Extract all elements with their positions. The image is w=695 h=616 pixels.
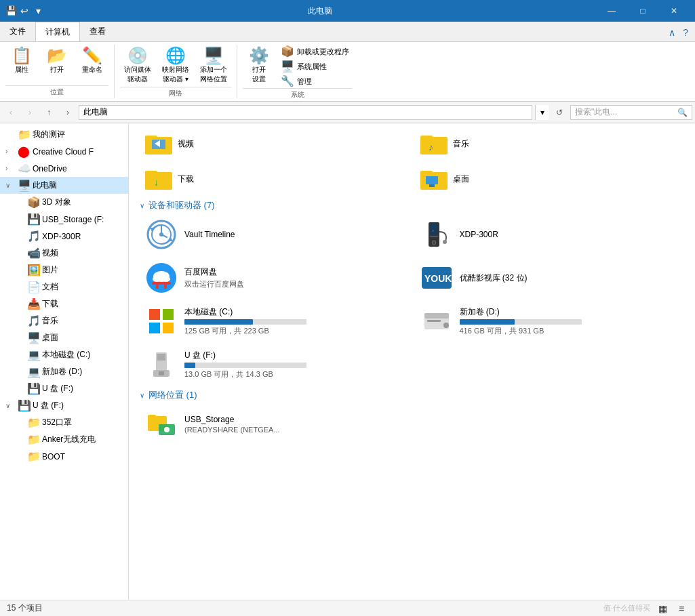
folder-item-desktop[interactable]: 桌面 — [415, 164, 685, 194]
folder-item-music[interactable]: ♪ 音乐 — [415, 129, 685, 159]
device-vault-timeline[interactable]: Vault Timeline — [140, 215, 410, 253]
3d-icon: 📦 — [27, 196, 39, 209]
menu-icon[interactable]: ▾ — [33, 5, 43, 16]
sidebar-item-new-vol-d[interactable]: 💻 新加卷 (D:) — [0, 363, 128, 380]
undo-icon[interactable]: ↩ — [19, 5, 30, 16]
address-dropdown[interactable]: ▾ — [535, 105, 549, 120]
sidebar-item-label: BOOT — [42, 452, 123, 461]
tab-computer[interactable]: 计算机 — [35, 22, 80, 41]
view-grid-button[interactable]: ▦ — [656, 602, 669, 615]
ribbon-group-location-label: 位置 — [5, 85, 108, 98]
sys-props-button[interactable]: 🖥️ 系统属性 — [278, 60, 352, 73]
status-right: 值·什么值得买 ▦ ≡ — [603, 602, 688, 615]
sidebar-item-desktop[interactable]: 🖥️ 桌面 — [0, 329, 128, 346]
title-controls: — □ ✕ — [596, 0, 690, 22]
svg-point-40 — [443, 323, 449, 328]
folder-item-download[interactable]: ↓ 下载 — [140, 164, 410, 194]
sidebar-item-my-review[interactable]: 📁 我的测评 — [0, 126, 128, 143]
sidebar-item-label: 图片 — [42, 264, 123, 276]
svg-rect-8 — [145, 171, 157, 175]
device-usb-f[interactable]: U 盘 (F:) 13.0 GB 可用，共 14.3 GB — [140, 346, 410, 384]
maximize-button[interactable]: □ — [627, 0, 658, 22]
folder-item-video[interactable]: 视频 — [140, 129, 410, 159]
device-youku[interactable]: YOUKU 优酷影视库 (32 位) — [415, 259, 685, 297]
search-placeholder: 搜索"此电... — [575, 106, 617, 118]
open-settings-button[interactable]: ⚙️ 打开设置 — [243, 45, 275, 87]
sidebar-item-creative-cloud[interactable]: › ⬤ Creative Cloud F — [0, 143, 128, 160]
rename-button[interactable]: ✏️ 重命名 — [76, 45, 108, 77]
ribbon: 📋 属性 📂 打开 ✏️ 重命名 位置 💿 访问媒体驱动器 🌐 映射网络驱动器 … — [0, 42, 695, 102]
usb-f-bar-container — [184, 363, 306, 368]
device-new-d[interactable]: 新加卷 (D:) 416 GB 可用，共 931 GB — [415, 302, 685, 340]
search-box[interactable]: 搜索"此电... 🔍 — [570, 105, 692, 120]
usb-f-bar — [184, 363, 195, 368]
sidebar-item-pictures[interactable]: 🖼️ 图片 — [0, 262, 128, 279]
folder-music-label: 音乐 — [453, 138, 469, 150]
sidebar-item-352mask[interactable]: 📁 352口罩 — [0, 414, 128, 431]
device-baidu[interactable]: 百度网盘 双击运行百度网盘 — [140, 259, 410, 297]
sidebar-item-anker[interactable]: 📁 Anker无线充电 — [0, 431, 128, 448]
address-path[interactable]: 此电脑 — [79, 105, 532, 120]
sidebar-item-label: 352口罩 — [42, 417, 123, 428]
svg-text:YOUKU: YOUKU — [424, 273, 453, 284]
device-xdp300r[interactable]: ♪ XDP-300R — [415, 215, 685, 253]
up-button[interactable]: ↑ — [41, 104, 57, 121]
devices-grid-2: 百度网盘 双击运行百度网盘 YOUKU 优酷影视库 (32 位) — [140, 259, 684, 297]
sidebar-item-usb-storage[interactable]: 💾 USB_Storage (F: — [0, 211, 128, 228]
rename-label: 重命名 — [82, 65, 102, 75]
network-section-header: ∨ 网络位置 (1) — [140, 389, 684, 401]
uninstall-label: 卸载或更改程序 — [297, 47, 349, 57]
sidebar-item-onedrive[interactable]: › ☁️ OneDrive — [0, 160, 128, 177]
forward-button[interactable]: › — [22, 104, 38, 121]
svg-rect-36 — [149, 323, 160, 333]
device-local-c[interactable]: 本地磁盘 (C:) 125 GB 可用，共 223 GB — [140, 302, 410, 340]
uninstall-button[interactable]: 📦 卸载或更改程序 — [278, 45, 352, 58]
svg-rect-13 — [429, 184, 435, 187]
address-bar: ‹ › ↑ › 此电脑 ▾ ↺ 搜索"此电... 🔍 — [0, 102, 695, 123]
devices-chevron[interactable]: ∨ — [140, 202, 144, 209]
add-location-button[interactable]: 🖥️ 添加一个网络位置 — [196, 45, 231, 87]
sidebar-item-label: 下载 — [42, 298, 123, 310]
sidebar-item-boot[interactable]: 📁 BOOT — [0, 448, 128, 465]
sidebar-item-usb-f2[interactable]: ∨ 💾 U 盘 (F:) — [0, 397, 128, 414]
tab-file[interactable]: 文件 — [0, 22, 35, 41]
sidebar-item-video[interactable]: 📹 视频 — [0, 245, 128, 262]
sidebar-item-3d-objects[interactable]: 📦 3D 对象 — [0, 194, 128, 211]
sidebar-item-this-pc[interactable]: ∨ 🖥️ 此电脑 — [0, 177, 128, 194]
properties-button[interactable]: 📋 属性 — [5, 45, 38, 77]
status-bar: 15 个项目 值·什么值得买 ▦ ≡ — [0, 600, 695, 616]
sidebar-item-usb-f[interactable]: 💾 U 盘 (F:) — [0, 380, 128, 397]
sidebar: 📁 我的测评 › ⬤ Creative Cloud F › ☁️ OneDriv… — [0, 123, 129, 600]
back-button[interactable]: ‹ — [3, 104, 19, 121]
refresh-button[interactable]: ↺ — [551, 104, 568, 121]
sidebar-item-music[interactable]: 🎵 音乐 — [0, 312, 128, 329]
sidebar-item-downloads[interactable]: 📥 下载 — [0, 295, 128, 312]
manage-icon: 🔧 — [281, 76, 294, 87]
sidebar-item-documents[interactable]: 📄 文档 — [0, 279, 128, 295]
help-button[interactable]: ∧ ? — [662, 24, 695, 41]
manage-button[interactable]: 🔧 管理 — [278, 75, 352, 88]
settings-icon: ⚙️ — [249, 47, 269, 64]
open-button[interactable]: 📂 打开 — [41, 45, 73, 77]
baidu-name: 百度网盘 — [184, 266, 244, 278]
close-button[interactable]: ✕ — [658, 0, 690, 22]
minimize-button[interactable]: — — [596, 0, 627, 22]
view-list-button[interactable]: ≡ — [675, 602, 688, 615]
network-usb-storage[interactable]: USB_Storage (READYSHARE (NETGEA... — [140, 405, 410, 443]
sidebar-item-local-disk-c[interactable]: 💻 本地磁盘 (C:) — [0, 346, 128, 363]
local-c-bar — [184, 319, 253, 325]
usb-f-info: U 盘 (F:) 13.0 GB 可用，共 14.3 GB — [184, 350, 306, 379]
sidebar-item-xdp300r[interactable]: 🎵 XDP-300R — [0, 228, 128, 245]
map-network-button[interactable]: 🌐 映射网络驱动器 ▾ — [158, 45, 193, 87]
network-chevron[interactable]: ∨ — [140, 392, 144, 399]
properties-label: 属性 — [15, 65, 28, 75]
sidebar-item-label: 视频 — [42, 247, 123, 259]
sidebar-item-label: 新加卷 (D:) — [42, 366, 123, 377]
access-media-button[interactable]: 💿 访问媒体驱动器 — [120, 45, 155, 87]
svg-point-16 — [159, 232, 163, 237]
vault-timeline-name: Vault Timeline — [184, 230, 235, 239]
empty-cell-2 — [415, 405, 685, 443]
save-icon[interactable]: 💾 — [5, 5, 16, 16]
search-icon[interactable]: 🔍 — [677, 108, 688, 117]
tab-view[interactable]: 查看 — [80, 22, 115, 41]
